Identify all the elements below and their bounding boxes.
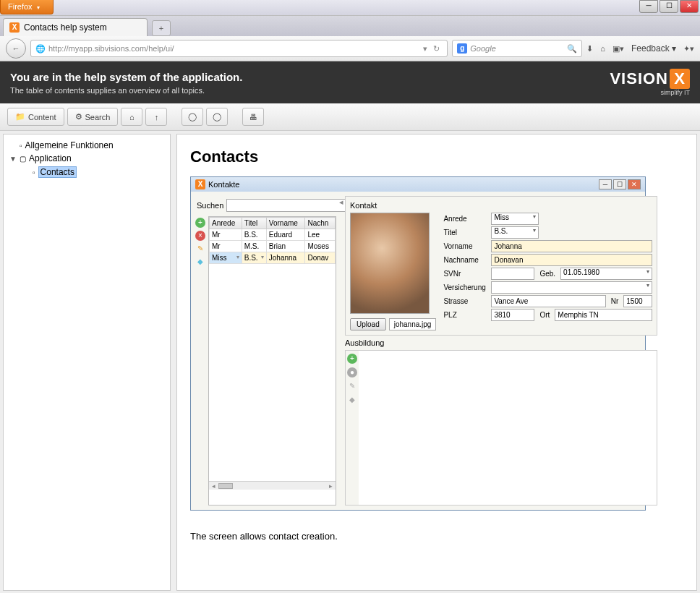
logo-main: VISION bbox=[610, 69, 668, 88]
vorname-field[interactable] bbox=[491, 240, 652, 252]
logo-sub: simplify IT bbox=[610, 89, 690, 96]
folder-icon: 📁 bbox=[15, 112, 25, 121]
search-box[interactable]: g Google 🔍 bbox=[452, 40, 582, 57]
search-label: Suchen bbox=[197, 201, 223, 210]
toc-sidebar: ▫ Allgemeine Funktionen ▼ ▢ Application … bbox=[3, 134, 171, 591]
browser-tab[interactable]: X Contacts help system bbox=[3, 18, 148, 36]
circle-right-icon: ◯ bbox=[213, 112, 221, 121]
contacts-grid[interactable]: Anrede Titel Vorname Nachn MrB.S.EduardL… bbox=[208, 216, 336, 505]
logo-x-icon: X bbox=[670, 69, 690, 89]
tab-title: Contacts help system bbox=[24, 22, 107, 33]
ausbildung-section: Ausbildung + ● ✎ ◆ bbox=[345, 338, 657, 505]
globe-icon: 🌐 bbox=[35, 44, 46, 54]
app-maximize-icon[interactable]: ☐ bbox=[613, 179, 626, 189]
download-icon[interactable]: ⬇ bbox=[586, 44, 593, 54]
add-row-icon[interactable]: + bbox=[195, 218, 205, 228]
aus-export-icon[interactable]: ◆ bbox=[347, 395, 357, 405]
search-icon[interactable]: 🔍 bbox=[567, 44, 577, 54]
table-row-selected[interactable]: MissB.S.JohannaDonav bbox=[210, 252, 336, 264]
plz-field[interactable] bbox=[491, 309, 534, 321]
addon-icon[interactable]: ✦▾ bbox=[683, 44, 694, 54]
aus-edit-icon[interactable]: ✎ bbox=[347, 381, 357, 391]
circle-left-icon: ◯ bbox=[188, 112, 197, 121]
table-row[interactable]: MrB.S.EduardLee bbox=[210, 229, 336, 241]
nav-fwd-button[interactable]: ◯ bbox=[206, 108, 228, 126]
help-header: You are in the help system of the applic… bbox=[0, 61, 700, 103]
help-toolbar: 📁Content ⚙Search ⌂ ↑ ◯ ◯ 🖶 bbox=[0, 103, 700, 131]
col-anrede[interactable]: Anrede bbox=[210, 218, 242, 229]
ausbildung-grid[interactable] bbox=[359, 351, 657, 505]
help-content: Contacts X Kontakte ─ ☐ ✕ Suchen bbox=[176, 134, 697, 591]
page-note: The screen allows contact creation. bbox=[190, 531, 683, 542]
home-button[interactable]: ⌂ bbox=[121, 108, 142, 126]
ort-field[interactable] bbox=[555, 309, 652, 321]
search-placeholder: Google bbox=[470, 44, 564, 53]
google-icon: g bbox=[457, 43, 467, 54]
upload-button[interactable]: Upload bbox=[350, 318, 386, 330]
browser-tab-strip: X Contacts help system + bbox=[0, 16, 700, 36]
back-button[interactable]: ← bbox=[6, 38, 26, 59]
app-window-title: Kontakte bbox=[208, 180, 239, 189]
home-icon[interactable]: ⌂ bbox=[600, 44, 605, 53]
app-close-icon[interactable]: ✕ bbox=[628, 179, 641, 189]
search-tab-button[interactable]: ⚙Search bbox=[67, 108, 119, 126]
new-tab-button[interactable]: + bbox=[152, 20, 171, 36]
edit-row-icon[interactable]: ✎ bbox=[195, 244, 205, 254]
titel-select[interactable]: B.S. bbox=[491, 226, 539, 239]
app-window-screenshot: X Kontakte ─ ☐ ✕ Suchen bbox=[190, 176, 646, 511]
anrede-select[interactable]: Miss bbox=[491, 213, 539, 225]
reload-icon[interactable]: ↻ bbox=[433, 44, 440, 54]
print-icon: 🖶 bbox=[249, 113, 257, 121]
nachname-field[interactable] bbox=[491, 254, 652, 266]
print-button[interactable]: 🖶 bbox=[242, 108, 264, 126]
kontakt-title: Kontakt bbox=[350, 201, 652, 210]
nr-field[interactable] bbox=[623, 295, 652, 307]
search-input[interactable] bbox=[226, 199, 354, 212]
content-tab-button[interactable]: 📁Content bbox=[7, 108, 64, 126]
export-icon[interactable]: ◆ bbox=[195, 257, 205, 267]
url-text: http://myapp.sibvisions.com/help/ui/ bbox=[48, 44, 417, 53]
delete-row-icon[interactable]: × bbox=[195, 231, 205, 241]
firefox-menu-button[interactable]: Firefox bbox=[0, 0, 54, 14]
window-controls: ─ ☐ ✕ bbox=[639, 0, 699, 13]
nav-icons: ⬇ ⌂ ▣▾ Feedback ▾ ✦▾ bbox=[586, 43, 694, 54]
col-vorname[interactable]: Vorname bbox=[266, 218, 305, 229]
col-nachn[interactable]: Nachn bbox=[305, 218, 336, 229]
grid-scrollbar[interactable]: ◂▸ bbox=[209, 481, 336, 490]
help-subtitle: The table of contents supplies an overvi… bbox=[10, 86, 242, 95]
page-icon: ▫ bbox=[33, 168, 35, 176]
browser-menubar: Firefox ─ ☐ ✕ bbox=[0, 0, 700, 16]
app-titlebar: X Kontakte ─ ☐ ✕ bbox=[191, 177, 645, 192]
app-minimize-icon[interactable]: ─ bbox=[599, 179, 612, 189]
app-icon: X bbox=[195, 179, 205, 189]
strasse-field[interactable] bbox=[491, 295, 605, 307]
bookmark-icon[interactable]: ▣▾ bbox=[612, 44, 624, 54]
nav-back-button[interactable]: ◯ bbox=[182, 108, 203, 126]
url-bar[interactable]: 🌐 http://myapp.sibvisions.com/help/ui/ ▾… bbox=[30, 40, 448, 57]
table-row[interactable]: MrM.S.BrianMoses bbox=[210, 241, 336, 252]
collapse-icon[interactable]: ▼ bbox=[9, 155, 17, 163]
tree-item-application[interactable]: ▼ ▢ Application bbox=[8, 152, 166, 165]
app-left-panel: Suchen + × ✎ ◆ Anred bbox=[195, 196, 336, 505]
app-right-panel: Kontakt Upload johanna.jpg AnredeMiss bbox=[345, 196, 657, 505]
svnr-field[interactable] bbox=[491, 268, 534, 280]
up-button[interactable]: ↑ bbox=[145, 108, 167, 126]
minimize-button[interactable]: ─ bbox=[639, 0, 658, 13]
folder-open-icon: ▢ bbox=[20, 155, 26, 163]
aus-add-icon[interactable]: + bbox=[347, 354, 357, 364]
close-button[interactable]: ✕ bbox=[680, 0, 699, 13]
aus-del-icon[interactable]: ● bbox=[347, 367, 357, 377]
kontakt-fieldset: Kontakt Upload johanna.jpg AnredeMiss bbox=[345, 196, 657, 336]
col-titel[interactable]: Titel bbox=[242, 218, 266, 229]
geb-field[interactable]: 01.05.1980 bbox=[560, 268, 652, 280]
feedback-button[interactable]: Feedback ▾ bbox=[631, 43, 676, 54]
page-icon: ▫ bbox=[20, 142, 22, 150]
dropdown-icon[interactable]: ▾ bbox=[423, 44, 427, 54]
help-body: ▫ Allgemeine Funktionen ▼ ▢ Application … bbox=[0, 131, 700, 593]
versicherung-select[interactable] bbox=[491, 281, 652, 294]
splitter-icon[interactable]: ◂ bbox=[339, 196, 342, 505]
tree-item-contacts[interactable]: ▫ Contacts bbox=[8, 165, 166, 179]
help-title: You are in the help system of the applic… bbox=[10, 71, 242, 83]
tree-item-general[interactable]: ▫ Allgemeine Funktionen bbox=[8, 139, 166, 152]
maximize-button[interactable]: ☐ bbox=[660, 0, 678, 13]
